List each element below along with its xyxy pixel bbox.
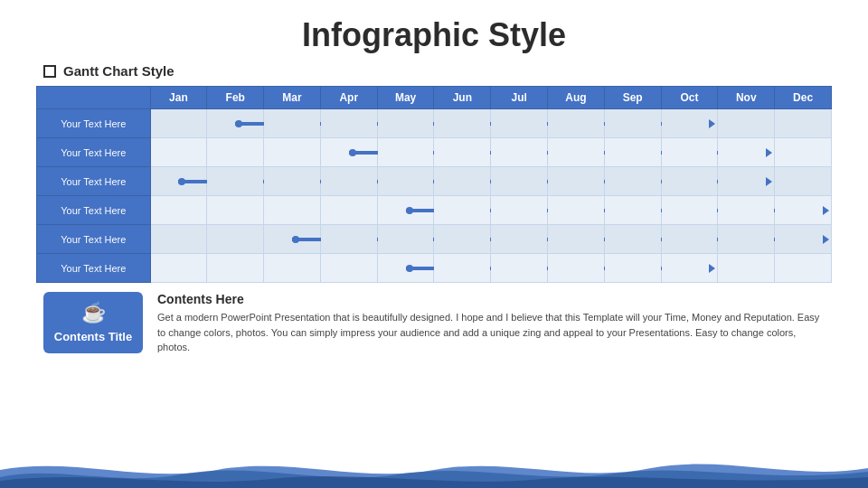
gantt-cell bbox=[661, 167, 718, 196]
contents-card: ☕ Contents Title bbox=[43, 292, 143, 353]
page-title: Infographic Style bbox=[0, 0, 868, 63]
gantt-cell bbox=[434, 138, 491, 167]
gantt-cell bbox=[434, 225, 491, 254]
gantt-cell bbox=[491, 167, 548, 196]
gantt-row-label: Your Text Here bbox=[37, 138, 151, 167]
subtitle-text: Gantt Chart Style bbox=[63, 63, 175, 79]
gantt-cell bbox=[604, 167, 661, 196]
gantt-cell bbox=[320, 254, 377, 283]
gantt-cell bbox=[207, 109, 264, 138]
gantt-cell bbox=[775, 167, 832, 196]
contents-icon: ☕ bbox=[81, 301, 106, 324]
gantt-cell bbox=[491, 225, 548, 254]
gantt-cell bbox=[207, 254, 264, 283]
gantt-cell bbox=[377, 254, 434, 283]
gantt-cell bbox=[264, 138, 321, 167]
gantt-cell bbox=[661, 109, 718, 138]
subtitle-row: Gantt Chart Style bbox=[0, 63, 868, 79]
gantt-row: Your Text Here bbox=[37, 167, 832, 196]
gantt-cell bbox=[661, 254, 718, 283]
gantt-cell bbox=[434, 254, 491, 283]
gantt-row: Your Text Here bbox=[37, 109, 832, 138]
gantt-cell bbox=[150, 138, 207, 167]
gantt-month-header-mar: Mar bbox=[264, 87, 321, 109]
gantt-month-header-jul: Jul bbox=[491, 87, 548, 109]
gantt-cell bbox=[434, 196, 491, 225]
gantt-cell bbox=[207, 225, 264, 254]
gantt-cell bbox=[150, 196, 207, 225]
gantt-month-header-may: May bbox=[377, 87, 434, 109]
gantt-month-header-apr: Apr bbox=[320, 87, 377, 109]
wave-decoration bbox=[0, 452, 868, 488]
gantt-cell bbox=[434, 109, 491, 138]
gantt-cell bbox=[264, 225, 321, 254]
gantt-month-header-aug: Aug bbox=[548, 87, 605, 109]
gantt-cell bbox=[320, 225, 377, 254]
gantt-cell bbox=[207, 138, 264, 167]
gantt-cell bbox=[775, 225, 832, 254]
gantt-month-header-jan: Jan bbox=[150, 87, 207, 109]
gantt-cell bbox=[264, 254, 321, 283]
gantt-cell bbox=[661, 196, 718, 225]
gantt-month-header-jun: Jun bbox=[434, 87, 491, 109]
gantt-row: Your Text Here bbox=[37, 138, 832, 167]
gantt-cell bbox=[548, 225, 605, 254]
gantt-cell bbox=[661, 138, 718, 167]
checkbox-icon bbox=[43, 65, 56, 78]
gantt-cell bbox=[548, 138, 605, 167]
gantt-cell bbox=[150, 254, 207, 283]
gantt-cell bbox=[264, 196, 321, 225]
gantt-cell bbox=[491, 138, 548, 167]
gantt-cell bbox=[377, 225, 434, 254]
gantt-cell bbox=[491, 109, 548, 138]
gantt-cell bbox=[775, 254, 832, 283]
gantt-cell bbox=[661, 225, 718, 254]
gantt-cell bbox=[150, 109, 207, 138]
gantt-cell bbox=[604, 138, 661, 167]
gantt-cell bbox=[377, 109, 434, 138]
gantt-month-header-feb: Feb bbox=[207, 87, 264, 109]
gantt-row-label: Your Text Here bbox=[37, 167, 151, 196]
gantt-arrow bbox=[709, 264, 715, 273]
gantt-cell bbox=[718, 225, 775, 254]
gantt-cell bbox=[491, 196, 548, 225]
gantt-cell bbox=[775, 196, 832, 225]
gantt-month-header-nov: Nov bbox=[718, 87, 775, 109]
gantt-cell bbox=[604, 254, 661, 283]
gantt-cell bbox=[718, 254, 775, 283]
gantt-cell bbox=[718, 196, 775, 225]
gantt-arrow bbox=[823, 235, 829, 244]
gantt-cell bbox=[775, 138, 832, 167]
gantt-arrow bbox=[823, 206, 829, 215]
gantt-cell bbox=[377, 138, 434, 167]
gantt-cell bbox=[320, 109, 377, 138]
gantt-cell bbox=[491, 254, 548, 283]
gantt-arrow bbox=[766, 148, 772, 157]
gantt-cell bbox=[604, 196, 661, 225]
gantt-cell bbox=[320, 167, 377, 196]
contents-title: Contents Title bbox=[54, 330, 132, 344]
gantt-cell bbox=[320, 196, 377, 225]
gantt-month-header-oct: Oct bbox=[661, 87, 718, 109]
gantt-cell bbox=[320, 138, 377, 167]
contents-body: Get a modern PowerPoint Presentation tha… bbox=[157, 310, 825, 355]
gantt-cell bbox=[377, 167, 434, 196]
gantt-cell bbox=[718, 109, 775, 138]
bottom-section: ☕ Contents Title Contents Here Get a mod… bbox=[0, 283, 868, 355]
gantt-cell bbox=[604, 109, 661, 138]
contents-header: Contents Here bbox=[157, 292, 825, 306]
gantt-row-label: Your Text Here bbox=[37, 196, 151, 225]
gantt-cell bbox=[207, 167, 264, 196]
gantt-cell bbox=[434, 167, 491, 196]
gantt-cell bbox=[718, 138, 775, 167]
gantt-cell bbox=[604, 225, 661, 254]
gantt-cell bbox=[548, 254, 605, 283]
gantt-cell bbox=[207, 196, 264, 225]
gantt-cell bbox=[150, 225, 207, 254]
gantt-row: Your Text Here bbox=[37, 225, 832, 254]
gantt-month-header-sep: Sep bbox=[604, 87, 661, 109]
gantt-cell bbox=[264, 109, 321, 138]
gantt-cell bbox=[264, 167, 321, 196]
gantt-cell bbox=[150, 167, 207, 196]
gantt-row-label: Your Text Here bbox=[37, 225, 151, 254]
